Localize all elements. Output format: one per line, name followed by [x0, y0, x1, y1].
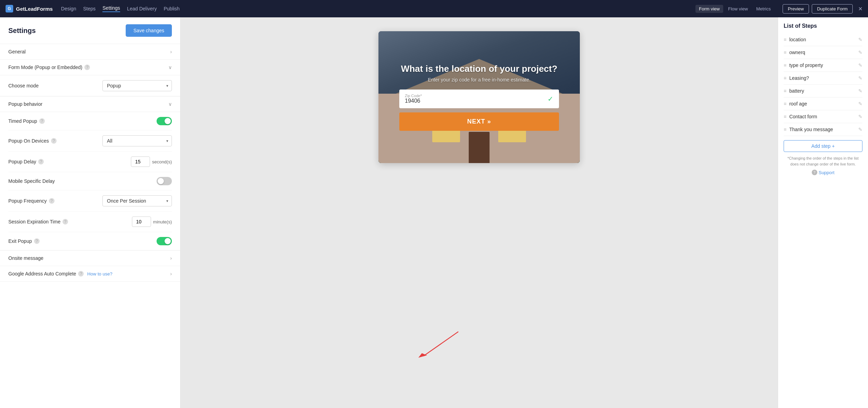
popup-frequency-select-wrap: Once Per Session Every Time Once Per Day… [102, 195, 172, 206]
form-subtitle: Enter your zip code for a free in-home e… [399, 77, 559, 83]
nav-design[interactable]: Design [61, 6, 76, 11]
timed-popup-toggle[interactable] [157, 117, 172, 125]
popup-devices-label: Popup On Devices ? [8, 138, 57, 144]
form-preview-background: What is the location of your project? En… [378, 31, 580, 163]
nav-actions: Preview Duplicate Form × [783, 4, 862, 14]
view-metrics[interactable]: Metrics [753, 5, 774, 13]
duplicate-button[interactable]: Duplicate Form [812, 4, 853, 14]
step-name-contact: Contact form [789, 114, 856, 119]
exit-popup-toggle[interactable] [157, 237, 172, 245]
nav-lead-delivery[interactable]: Lead Delivery [127, 6, 157, 11]
google-address-chevron: › [170, 271, 172, 277]
google-address-how-to[interactable]: How to use? [87, 271, 112, 277]
session-expiration-row: Session Expiration Time ? minute(s) [8, 212, 172, 232]
steps-panel: List of Steps ≡ location ✎ ≡ ownerq ✎ ≡ … [778, 17, 868, 408]
step-drag-contact[interactable]: ≡ [784, 114, 786, 119]
general-section[interactable]: General › [0, 44, 180, 60]
onsite-message-section[interactable]: Onsite message › [0, 250, 180, 266]
add-step-button[interactable]: Add step + [784, 140, 862, 152]
exit-popup-help-icon: ? [34, 238, 40, 244]
step-edit-contact[interactable]: ✎ [858, 114, 862, 119]
form-input-wrap: Zip Code* 19406 ✓ [399, 90, 559, 108]
popup-settings-group: Timed Popup ? Popup On Devices ? All Des… [0, 112, 180, 250]
steps-list: ≡ location ✎ ≡ ownerq ✎ ≡ type of proper… [784, 33, 862, 136]
popup-delay-help-icon: ? [38, 159, 44, 164]
top-nav: G GetLeadForms Design Steps Settings Lea… [0, 0, 868, 17]
form-next-button[interactable]: NEXT » [399, 112, 559, 131]
save-button[interactable]: Save changes [126, 24, 172, 37]
step-edit-roof-age[interactable]: ✎ [858, 101, 862, 107]
step-drag-thankyou[interactable]: ≡ [784, 127, 786, 132]
form-preview-area: What is the location of your project? En… [181, 17, 778, 408]
nav-settings[interactable]: Settings [102, 5, 120, 12]
session-expiration-unit: minute(s) [153, 219, 172, 224]
popup-devices-help-icon: ? [51, 138, 57, 144]
step-item-leasing: ≡ Leasing? ✎ [784, 72, 862, 85]
step-drag-ownerq[interactable]: ≡ [784, 50, 786, 55]
step-drag-roof-age[interactable]: ≡ [784, 101, 786, 107]
step-item-ownerq: ≡ ownerq ✎ [784, 46, 862, 59]
timed-popup-row: Timed Popup ? [8, 112, 172, 130]
logo: G GetLeadForms [6, 5, 53, 12]
form-mode-section[interactable]: Form Mode (Popup or Embedded) ? ∨ [0, 60, 180, 75]
step-name-leasing: Leasing? [789, 75, 856, 81]
preview-button[interactable]: Preview [783, 4, 809, 14]
support-label[interactable]: Support [819, 170, 835, 175]
step-name-location: location [789, 37, 856, 42]
popup-frequency-select[interactable]: Once Per Session Every Time Once Per Day [102, 195, 172, 206]
step-name-ownerq: ownerq [789, 50, 856, 55]
general-label: General [8, 49, 26, 54]
step-item-contact: ≡ Contact form ✎ [784, 110, 862, 123]
choose-mode-select-wrap: Popup ▾ [102, 80, 172, 91]
onsite-message-chevron: › [170, 255, 172, 261]
step-drag-leasing[interactable]: ≡ [784, 75, 786, 81]
popup-behavior-section[interactable]: Popup behavior ∨ [0, 96, 180, 112]
choose-mode-select[interactable]: Popup [102, 80, 172, 91]
popup-behavior-chevron: ∨ [168, 101, 172, 107]
step-drag-location[interactable]: ≡ [784, 37, 786, 42]
settings-title: Settings [8, 27, 36, 35]
session-expiration-input[interactable] [132, 216, 151, 227]
popup-behavior-label: Popup behavior [8, 101, 42, 107]
google-address-section[interactable]: Google Address Auto Complete ? How to us… [0, 266, 180, 282]
step-edit-battery[interactable]: ✎ [858, 88, 862, 94]
popup-delay-label: Popup Delay ? [8, 159, 44, 164]
step-edit-thankyou[interactable]: ✎ [858, 127, 862, 132]
onsite-message-label: Onsite message [8, 255, 43, 261]
close-button[interactable]: × [858, 5, 862, 13]
popup-delay-input[interactable] [131, 156, 150, 167]
step-item-roof-age: ≡ roof age ✎ [784, 97, 862, 110]
timed-popup-help-icon: ? [39, 118, 45, 124]
step-item-property: ≡ type of property ✎ [784, 59, 862, 72]
popup-frequency-row: Popup Frequency ? Once Per Session Every… [8, 190, 172, 212]
form-input-label: Zip Code* [405, 94, 548, 98]
step-edit-location[interactable]: ✎ [858, 37, 862, 42]
form-mode-label: Form Mode (Popup or Embedded) ? [8, 65, 90, 70]
session-expiration-input-wrap: minute(s) [132, 216, 172, 227]
logo-icon: G [6, 5, 13, 12]
form-mode-help-icon: ? [84, 65, 90, 70]
settings-header: Settings Save changes [0, 17, 180, 44]
step-edit-ownerq[interactable]: ✎ [858, 50, 862, 55]
nav-publish[interactable]: Publish [164, 6, 180, 11]
support-link[interactable]: ? Support [784, 170, 862, 175]
choose-mode-row: Choose mode Popup ▾ [8, 75, 172, 96]
step-drag-property[interactable]: ≡ [784, 62, 786, 68]
exit-popup-row: Exit Popup ? [8, 232, 172, 250]
step-drag-battery[interactable]: ≡ [784, 88, 786, 94]
timed-popup-label: Timed Popup ? [8, 118, 45, 124]
popup-devices-select[interactable]: All Desktop only Mobile only [102, 135, 172, 146]
form-input-value: 19406 [405, 98, 548, 104]
view-form[interactable]: Form view [695, 5, 723, 13]
settings-panel: Settings Save changes General › Form Mod… [0, 17, 181, 408]
step-name-thankyou: Thank you message [789, 127, 856, 132]
nav-steps[interactable]: Steps [83, 6, 95, 11]
nav-views: Form view Flow view Metrics [695, 5, 774, 13]
exit-popup-label: Exit Popup ? [8, 238, 40, 244]
step-name-roof-age: roof age [789, 101, 856, 107]
step-edit-leasing[interactable]: ✎ [858, 75, 862, 81]
step-item-thankyou: ≡ Thank you message ✎ [784, 123, 862, 136]
view-flow[interactable]: Flow view [725, 5, 751, 13]
step-edit-property[interactable]: ✎ [858, 62, 862, 68]
mobile-delay-toggle[interactable] [157, 177, 172, 185]
